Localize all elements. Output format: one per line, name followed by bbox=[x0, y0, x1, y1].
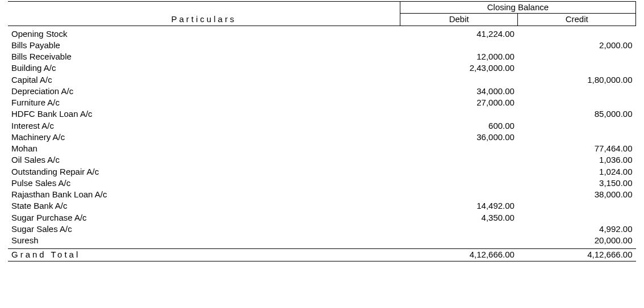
grand-total-debit: 4,12,666.00 bbox=[400, 249, 518, 261]
table-row: Interest A/c600.00 bbox=[8, 120, 636, 132]
cell-credit bbox=[518, 200, 636, 212]
table-row: Oil Sales A/c1,036.00 bbox=[8, 154, 636, 166]
cell-particulars: Mohan bbox=[8, 143, 400, 154]
cell-credit: 20,000.00 bbox=[518, 235, 636, 246]
table-row: Bills Receivable12,000.00 bbox=[8, 51, 636, 62]
table-row: Bills Payable2,000.00 bbox=[8, 40, 636, 51]
cell-debit: 14,492.00 bbox=[400, 200, 518, 212]
cell-credit bbox=[518, 86, 636, 97]
cell-credit bbox=[518, 120, 636, 132]
table-row: Capital A/c1,80,000.00 bbox=[8, 74, 636, 86]
cell-particulars: Suresh bbox=[8, 235, 400, 246]
cell-debit bbox=[400, 143, 518, 154]
header-credit: Credit bbox=[518, 14, 636, 26]
cell-debit bbox=[400, 166, 518, 178]
table-row: State Bank A/c14,492.00 bbox=[8, 200, 636, 212]
cell-credit: 4,992.00 bbox=[518, 223, 636, 235]
cell-particulars: Building A/c bbox=[8, 62, 400, 74]
cell-credit: 1,80,000.00 bbox=[518, 74, 636, 86]
cell-debit: 2,43,000.00 bbox=[400, 62, 518, 74]
table-row: Mohan77,464.00 bbox=[8, 143, 636, 154]
cell-debit bbox=[400, 40, 518, 51]
cell-particulars: Opening Stock bbox=[8, 28, 400, 40]
cell-credit bbox=[518, 62, 636, 74]
cell-particulars: State Bank A/c bbox=[8, 200, 400, 212]
table-row: Opening Stock41,224.00 bbox=[8, 28, 636, 40]
cell-credit: 38,000.00 bbox=[518, 189, 636, 200]
header-particulars: Particulars bbox=[8, 2, 400, 26]
table-row: Furniture A/c27,000.00 bbox=[8, 97, 636, 108]
trial-balance-page: Particulars Closing Balance Debit Credit… bbox=[0, 0, 644, 266]
cell-debit: 36,000.00 bbox=[400, 132, 518, 143]
header-debit: Debit bbox=[400, 14, 518, 26]
table-body: Opening Stock41,224.00Bills Payable2,000… bbox=[8, 26, 636, 249]
table-row: Pulse Sales A/c3,150.00 bbox=[8, 178, 636, 189]
cell-particulars: Machinery A/c bbox=[8, 132, 400, 143]
table-header: Particulars Closing Balance Debit Credit bbox=[8, 2, 636, 26]
cell-credit: 1,036.00 bbox=[518, 154, 636, 166]
header-closing-balance: Closing Balance bbox=[400, 2, 635, 14]
cell-debit bbox=[400, 223, 518, 235]
cell-particulars: Depreciation A/c bbox=[8, 86, 400, 97]
cell-debit: 41,224.00 bbox=[400, 28, 518, 40]
table-footer: Grand Total 4,12,666.00 4,12,666.00 bbox=[8, 249, 636, 261]
cell-credit: 85,000.00 bbox=[518, 108, 636, 120]
cell-debit bbox=[400, 235, 518, 246]
cell-debit: 12,000.00 bbox=[400, 51, 518, 62]
cell-particulars: Bills Payable bbox=[8, 40, 400, 51]
table-row: Building A/c2,43,000.00 bbox=[8, 62, 636, 74]
table-row: Depreciation A/c34,000.00 bbox=[8, 86, 636, 97]
table-row: Outstanding Repair A/c1,024.00 bbox=[8, 166, 636, 178]
cell-credit: 2,000.00 bbox=[518, 40, 636, 51]
cell-particulars: Furniture A/c bbox=[8, 97, 400, 108]
cell-particulars: Pulse Sales A/c bbox=[8, 178, 400, 189]
cell-particulars: Outstanding Repair A/c bbox=[8, 166, 400, 178]
cell-credit: 1,024.00 bbox=[518, 166, 636, 178]
cell-debit: 4,350.00 bbox=[400, 212, 518, 223]
table-row: Sugar Sales A/c4,992.00 bbox=[8, 223, 636, 235]
cell-credit: 3,150.00 bbox=[518, 178, 636, 189]
cell-credit bbox=[518, 212, 636, 223]
cell-particulars: Bills Receivable bbox=[8, 51, 400, 62]
cell-debit bbox=[400, 178, 518, 189]
cell-debit: 600.00 bbox=[400, 120, 518, 132]
cell-debit bbox=[400, 154, 518, 166]
table-row: Machinery A/c36,000.00 bbox=[8, 132, 636, 143]
cell-debit bbox=[400, 108, 518, 120]
cell-credit bbox=[518, 97, 636, 108]
cell-particulars: Oil Sales A/c bbox=[8, 154, 400, 166]
cell-debit: 34,000.00 bbox=[400, 86, 518, 97]
table-row: Rajasthan Bank Loan A/c38,000.00 bbox=[8, 189, 636, 200]
cell-credit bbox=[518, 132, 636, 143]
cell-debit bbox=[400, 189, 518, 200]
table-row: HDFC Bank Loan A/c85,000.00 bbox=[8, 108, 636, 120]
cell-credit bbox=[518, 28, 636, 40]
cell-debit: 27,000.00 bbox=[400, 97, 518, 108]
cell-credit bbox=[518, 51, 636, 62]
table-row: Sugar Purchase A/c4,350.00 bbox=[8, 212, 636, 223]
cell-credit: 77,464.00 bbox=[518, 143, 636, 154]
grand-total-credit: 4,12,666.00 bbox=[518, 249, 636, 261]
grand-total-label: Grand Total bbox=[8, 249, 400, 261]
cell-particulars: Capital A/c bbox=[8, 74, 400, 86]
cell-particulars: Sugar Purchase A/c bbox=[8, 212, 400, 223]
cell-particulars: Sugar Sales A/c bbox=[8, 223, 400, 235]
cell-particulars: Interest A/c bbox=[8, 120, 400, 132]
trial-balance-table: Particulars Closing Balance Debit Credit… bbox=[8, 1, 636, 261]
cell-particulars: Rajasthan Bank Loan A/c bbox=[8, 189, 400, 200]
cell-particulars: HDFC Bank Loan A/c bbox=[8, 108, 400, 120]
table-row: Suresh20,000.00 bbox=[8, 235, 636, 246]
cell-debit bbox=[400, 74, 518, 86]
